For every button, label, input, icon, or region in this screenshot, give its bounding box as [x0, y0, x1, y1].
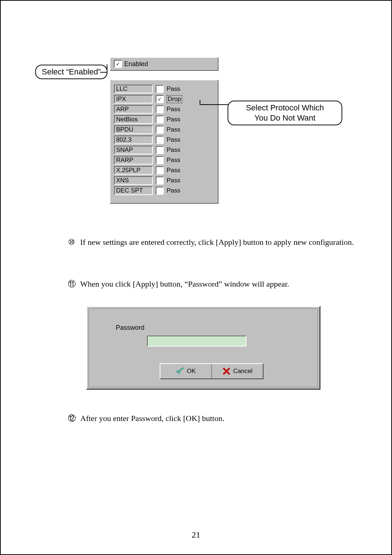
- protocol-row: ARPPass: [114, 104, 214, 114]
- protocol-name: RARP: [114, 156, 153, 165]
- protocol-name: NetBios: [114, 115, 153, 124]
- protocol-checkbox[interactable]: [156, 146, 164, 154]
- protocol-state-label: Pass: [167, 157, 180, 164]
- connector-line: [200, 104, 229, 105]
- protocol-row: 802.3Pass: [114, 135, 214, 145]
- close-icon: [222, 367, 230, 375]
- cancel-button[interactable]: Cancel: [211, 364, 263, 378]
- protocol-row: LLCPass: [114, 84, 214, 94]
- protocol-checkbox[interactable]: [156, 136, 164, 144]
- password-dialog: Password OK: [86, 306, 320, 390]
- protocol-state-label: Drop: [167, 95, 182, 103]
- password-label: Password: [116, 324, 144, 332]
- protocol-state-label: Pass: [167, 85, 180, 93]
- password-input[interactable]: [147, 336, 246, 347]
- protocol-row: NetBiosPass: [114, 114, 214, 125]
- protocol-name: XNS: [114, 176, 153, 185]
- protocol-state-label: Pass: [167, 167, 180, 174]
- protocol-checkbox[interactable]: [156, 126, 164, 134]
- step-12-num: ⑫: [68, 411, 80, 426]
- cancel-button-label: Cancel: [233, 368, 253, 375]
- protocol-panel: Enabled LLCPassIPXDropARPPassNetBiosPass…: [110, 57, 219, 204]
- step-12: ⑫After you enter Password, click [OK] bu…: [68, 411, 359, 426]
- document-page: Enabled LLCPassIPXDropARPPassNetBiosPass…: [0, 0, 392, 555]
- ok-button[interactable]: OK: [160, 364, 211, 378]
- protocol-row: SNAPPass: [114, 145, 214, 155]
- protocol-row: XNSPass: [114, 175, 214, 186]
- connector-line: [100, 72, 107, 73]
- protocol-state-label: Pass: [167, 187, 180, 194]
- step-11-text: When you click [Apply] button, “Password…: [80, 279, 289, 288]
- protocol-checkbox[interactable]: [156, 95, 164, 103]
- step-11-num: ⑪: [68, 277, 80, 291]
- callout-select-enabled-text: Select “Enabled”: [42, 67, 101, 76]
- protocol-row: DEC SPTPass: [114, 186, 214, 196]
- step-11: ⑪When you click [Apply] button, “Passwor…: [68, 277, 359, 291]
- protocol-row: X.25PLPPass: [114, 165, 214, 175]
- protocol-checkbox[interactable]: [156, 166, 164, 174]
- dialog-button-bar: OK Cancel: [160, 363, 264, 379]
- protocol-name: IPX: [114, 95, 153, 104]
- protocol-state-label: Pass: [167, 136, 180, 143]
- protocol-state-label: Pass: [167, 106, 180, 113]
- step-12-text: After you enter Password, click [OK] but…: [80, 414, 224, 423]
- page-number: 21: [1, 530, 391, 540]
- protocol-state-label: Pass: [167, 116, 180, 123]
- protocol-list: LLCPassIPXDropARPPassNetBiosPassBPDUPass…: [110, 80, 219, 204]
- protocol-name: SNAP: [114, 146, 153, 154]
- protocol-name: LLC: [114, 85, 153, 93]
- protocol-checkbox[interactable]: [156, 105, 164, 113]
- protocol-name: 802.3: [114, 135, 153, 144]
- protocol-checkbox[interactable]: [156, 85, 164, 93]
- callout-select-protocol: Select Protocol Which You Do Not Want: [228, 101, 342, 125]
- check-icon: [176, 367, 184, 375]
- callout-select-protocol-l1: Select Protocol Which: [234, 103, 336, 113]
- step-10-num: ⑩: [68, 235, 80, 250]
- protocol-checkbox[interactable]: [156, 177, 164, 185]
- protocol-name: X.25PLP: [114, 166, 153, 175]
- protocol-state-label: Pass: [167, 146, 180, 154]
- enabled-panel: Enabled: [110, 57, 219, 71]
- connector-line: [107, 64, 107, 72]
- protocol-checkbox[interactable]: [156, 116, 164, 123]
- password-dialog-inner: Password OK: [89, 308, 318, 387]
- callout-select-protocol-l2: You Do Not Want: [234, 113, 336, 123]
- step-10-text: If new settings are entered correctly, c…: [80, 238, 354, 247]
- step-10: ⑩If new settings are entered correctly, …: [68, 235, 359, 250]
- protocol-row: IPXDrop: [114, 94, 214, 104]
- callout-select-enabled: Select “Enabled”: [35, 65, 107, 79]
- protocol-state-label: Pass: [167, 126, 180, 133]
- protocol-row: RARPPass: [114, 155, 214, 165]
- protocol-checkbox[interactable]: [156, 187, 164, 195]
- protocol-checkbox[interactable]: [156, 156, 164, 164]
- enabled-label: Enabled: [124, 60, 148, 68]
- protocol-name: BPDU: [114, 125, 153, 134]
- ok-button-label: OK: [187, 368, 196, 375]
- protocol-state-label: Pass: [167, 177, 180, 184]
- protocol-name: DEC SPT: [114, 186, 153, 195]
- protocol-name: ARP: [114, 105, 153, 114]
- enabled-checkbox[interactable]: [114, 60, 122, 68]
- protocol-row: BPDUPass: [114, 125, 214, 135]
- connector-line: [200, 100, 200, 105]
